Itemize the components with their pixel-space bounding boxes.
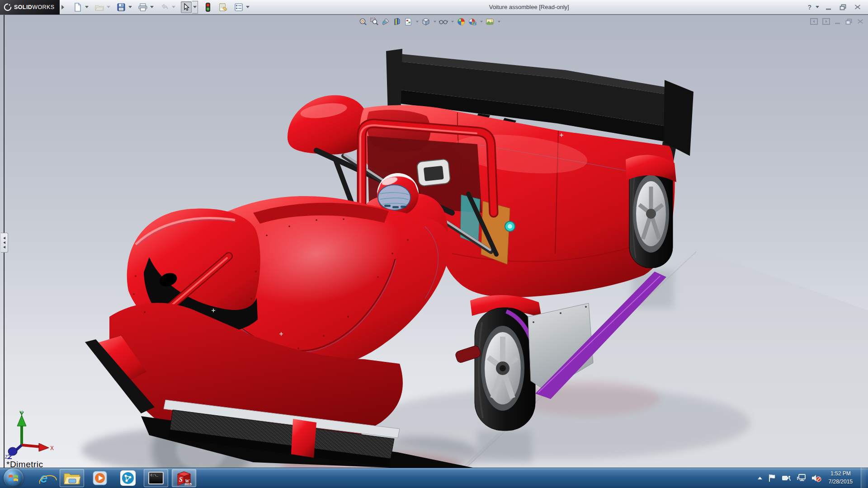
apply-scene-button[interactable] <box>467 17 477 27</box>
show-hidden-icons-button[interactable] <box>757 476 763 480</box>
graphics-viewport[interactable]: Y X Z *Dimetric <box>0 14 868 468</box>
triad-x-label: X <box>50 445 54 451</box>
file-properties-icon <box>219 3 228 11</box>
options-dropdown[interactable] <box>245 1 250 13</box>
hide-show-items-dropdown[interactable] <box>450 17 455 27</box>
triad-y-label: Y <box>19 410 23 415</box>
restore-document-button[interactable] <box>845 19 853 25</box>
zoom-to-fit-icon <box>359 18 367 26</box>
view-settings-dropdown[interactable] <box>496 17 501 27</box>
solidworks-2015-icon: S W 2015 <box>176 470 192 486</box>
taskbar-solidworks-2015[interactable]: S W 2015 <box>172 469 196 487</box>
model-viewport-canvas[interactable] <box>0 15 868 468</box>
taskbar-media-player[interactable] <box>88 469 112 487</box>
taskbar: e <box>0 468 868 488</box>
annotation-views-icon <box>404 18 412 26</box>
select-button[interactable] <box>181 1 192 13</box>
zoom-to-area-icon <box>370 18 378 26</box>
annotation-views-dropdown[interactable] <box>415 17 420 27</box>
select-dropdown[interactable] <box>192 1 198 14</box>
internet-explorer-icon: e <box>40 471 48 485</box>
file-properties-button[interactable] <box>218 1 229 13</box>
taskbar-command-prompt[interactable]: C:\_ <box>144 469 168 487</box>
window-controls: ? <box>807 1 868 13</box>
model-rear-left-fender[interactable] <box>288 95 369 155</box>
minimize-icon <box>826 5 832 10</box>
help-button[interactable]: ? <box>807 4 811 11</box>
power-button[interactable] <box>782 474 792 482</box>
undo-button[interactable] <box>159 1 170 13</box>
undo-dropdown[interactable] <box>170 1 176 13</box>
open-dropdown[interactable] <box>105 1 111 13</box>
show-hidden-icons-arrow-icon <box>757 476 763 480</box>
close-icon <box>854 4 861 10</box>
view-orientation-dropdown[interactable] <box>432 17 437 27</box>
volume-muted-icon <box>811 474 821 482</box>
solidworks-wordmark: SOLIDWORKS <box>14 4 54 10</box>
new-document-button[interactable] <box>72 1 83 13</box>
hide-show-items-glasses-icon <box>439 19 448 25</box>
dassault-swirl-icon <box>4 3 12 11</box>
collapse-left-pane-button[interactable] <box>810 18 818 25</box>
save-dropdown[interactable] <box>127 1 133 13</box>
minimize-document-button[interactable] <box>835 19 841 24</box>
help-dropdown[interactable] <box>814 1 820 13</box>
print-dropdown[interactable] <box>149 1 155 13</box>
print-button[interactable] <box>137 1 148 13</box>
volume-muted-button[interactable] <box>811 474 821 482</box>
clock-date: 7/28/2015 <box>829 478 853 486</box>
menu-flyout-arrow[interactable] <box>60 0 66 14</box>
open-folder-icon <box>95 4 104 11</box>
apply-scene-dropdown[interactable] <box>479 17 484 27</box>
taskbar-internet-explorer[interactable]: e <box>32 469 56 487</box>
close-document-icon <box>857 19 863 24</box>
save-button[interactable] <box>116 1 127 13</box>
network-icon <box>797 474 806 482</box>
taskbar-network-share-app[interactable] <box>116 469 140 487</box>
headsup-view-toolbar <box>358 17 501 27</box>
minimize-document-icon <box>835 19 841 24</box>
window-title: Voiture assomblee [Read-only] <box>250 4 807 10</box>
save-floppy-icon <box>117 3 125 11</box>
restore-button[interactable] <box>837 3 849 12</box>
hide-show-items-button[interactable] <box>439 17 448 27</box>
restore-icon <box>840 4 847 10</box>
close-document-button[interactable] <box>857 19 863 24</box>
zoom-to-fit-button[interactable] <box>358 17 368 27</box>
zoom-to-area-button[interactable] <box>369 17 379 27</box>
view-orientation-cube-icon <box>422 18 430 26</box>
start-button[interactable] <box>4 468 24 488</box>
show-desktop-button[interactable] <box>861 468 866 488</box>
network-button[interactable] <box>797 474 806 482</box>
close-button[interactable] <box>852 3 863 12</box>
media-player-icon <box>92 470 108 486</box>
minimize-button[interactable] <box>823 3 835 12</box>
options-list-icon <box>235 3 243 11</box>
tray-clock[interactable]: 1:52 PM 7/28/2015 <box>829 470 853 486</box>
solidworks-logo[interactable]: SOLIDWORKS <box>0 0 60 14</box>
print-icon <box>138 3 147 11</box>
taskbar-windows-explorer[interactable] <box>60 469 84 487</box>
options-button[interactable] <box>233 1 244 13</box>
section-view-button[interactable] <box>392 17 402 27</box>
triad-z-label: Z <box>5 455 8 460</box>
model-rear-right-wheel[interactable] <box>626 155 676 268</box>
previous-view-button[interactable] <box>381 17 391 27</box>
rebuild-button[interactable] <box>203 1 213 13</box>
view-orientation-button[interactable] <box>421 17 431 27</box>
previous-view-icon <box>382 18 390 26</box>
annotation-views-button[interactable] <box>403 17 413 27</box>
system-tray: 1:52 PM 7/28/2015 <box>757 468 868 488</box>
windows-explorer-icon <box>63 471 80 485</box>
open-button[interactable] <box>94 1 105 13</box>
feature-manager-expand-tab[interactable] <box>1 233 8 253</box>
undo-arrow-icon <box>160 3 169 11</box>
edit-appearance-button[interactable] <box>456 17 466 27</box>
action-center-button[interactable] <box>768 474 776 482</box>
new-document-dropdown[interactable] <box>84 1 90 13</box>
collapse-left-pane-icon <box>810 18 818 25</box>
model-mirror[interactable] <box>416 159 450 186</box>
view-settings-button[interactable] <box>485 17 495 27</box>
collapse-right-pane-button[interactable] <box>822 18 830 25</box>
title-bar[interactable]: SOLIDWORKS <box>0 0 868 14</box>
